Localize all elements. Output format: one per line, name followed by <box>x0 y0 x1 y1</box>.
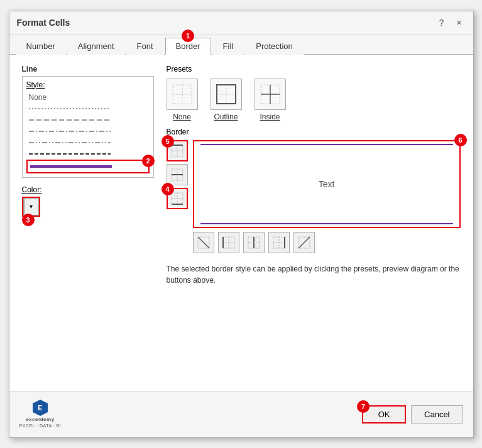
cancel-label: Cancel <box>424 410 449 419</box>
annotation-6: 6 <box>454 134 467 146</box>
line-section-title: Line <box>22 65 154 74</box>
solid-line-svg <box>30 164 112 169</box>
border-area: 5 <box>167 140 461 228</box>
dotdash2-line-svg <box>29 141 111 144</box>
center-v-icon <box>247 236 261 249</box>
line-style-dotted1[interactable] <box>26 103 150 114</box>
border-buttons-left-col: 5 <box>167 140 188 209</box>
border-btn-diag-up[interactable] <box>293 232 315 253</box>
ok-label: OK <box>378 410 390 419</box>
left-border-icon <box>222 236 236 249</box>
preset-inside[interactable]: Inside <box>255 79 286 121</box>
color-dropdown-button[interactable]: ▾ <box>24 198 39 216</box>
line-style-solid-selected[interactable]: 2 <box>26 160 150 173</box>
tab-protection[interactable]: Protection <box>245 38 304 55</box>
border-btn-middle[interactable] <box>167 164 188 185</box>
dialog-title: Format Cells <box>17 18 70 28</box>
line-style-none[interactable]: None <box>26 92 150 103</box>
border-middle-icon <box>170 168 184 182</box>
dashed-line-svg <box>29 119 111 121</box>
preview-text: Text <box>319 179 335 189</box>
color-picker-wrapper: ▾ <box>22 197 40 217</box>
border-btn-right[interactable] <box>268 232 290 253</box>
footer-buttons: OK 7 Cancel <box>362 405 463 423</box>
preset-outline[interactable]: Outline <box>211 79 242 121</box>
border-preview-area: Text 6 <box>193 140 461 228</box>
dotted-line-svg <box>29 107 111 110</box>
title-bar: Format Cells ? × <box>9 11 473 35</box>
color-label: Color: <box>22 185 154 194</box>
style-label: Style: <box>26 80 150 89</box>
diag-up-icon <box>297 236 311 249</box>
help-button[interactable]: ? <box>435 16 448 29</box>
line-styles-list: None <box>26 92 150 173</box>
tab-alignment[interactable]: Alignment <box>67 38 125 55</box>
footer: E exceldemyEXCEL · DATA · BI OK 7 Cancel <box>9 391 473 437</box>
none-label: None <box>29 93 47 102</box>
svg-line-27 <box>198 237 209 248</box>
annotation-2: 2 <box>142 155 155 167</box>
left-panel: Line Style: None <box>22 65 154 286</box>
border-btn-center-v[interactable] <box>243 232 265 253</box>
preset-outline-label: Outline <box>214 112 238 121</box>
content-inner: Line Style: None <box>22 65 461 286</box>
preset-none-label: None <box>173 112 191 121</box>
border-preview-box[interactable]: Text <box>193 140 461 228</box>
hint-text: The selected border style can be applied… <box>167 263 461 286</box>
preset-outline-icon <box>211 79 242 110</box>
preset-outline-svg <box>214 82 238 106</box>
dashed2-line-svg <box>29 152 111 156</box>
svg-line-40 <box>299 237 310 248</box>
annotation-1: 1 <box>182 30 194 42</box>
line-style-box: Style: None <box>22 76 154 178</box>
title-actions: ? × <box>435 16 466 29</box>
border-btn-left[interactable] <box>218 232 239 253</box>
preset-none-svg <box>170 82 194 106</box>
border-buttons-bottom-row <box>167 232 461 253</box>
annotation-7: 7 <box>357 400 370 413</box>
line-style-dashed1[interactable] <box>26 114 150 126</box>
border-btn-diag-down[interactable] <box>193 232 214 253</box>
presets-row: None Outline <box>167 79 461 121</box>
annotation-3: 3 <box>22 214 35 226</box>
tab-font[interactable]: Font <box>126 38 164 55</box>
preset-none-icon <box>167 79 198 110</box>
border-btn-top[interactable]: 5 <box>167 140 188 161</box>
border-btn-bottom[interactable]: 4 <box>167 188 188 209</box>
exceldemy-logo-icon: E <box>31 399 49 417</box>
dotdash1-line-svg <box>29 130 111 133</box>
right-panel: Presets None <box>167 65 461 286</box>
line-style-dotdash2[interactable] <box>26 137 150 148</box>
logo-text: exceldemyEXCEL · DATA · BI <box>19 417 62 430</box>
annotation-5: 5 <box>162 135 174 148</box>
right-border-icon <box>272 236 286 249</box>
cancel-button[interactable]: Cancel <box>411 405 463 423</box>
logo-area: E exceldemyEXCEL · DATA · BI <box>19 399 62 430</box>
tab-border[interactable]: Border 1 <box>165 38 211 55</box>
color-picker-row: ▾ <box>23 198 39 216</box>
close-button[interactable]: × <box>453 16 466 29</box>
preview-bottom-line <box>200 223 453 224</box>
color-section: Color: ▾ 3 <box>22 185 154 217</box>
preview-top-line <box>200 144 453 145</box>
preset-none[interactable]: None <box>167 79 198 121</box>
tab-bar: Number Alignment Font Border 1 Fill Prot… <box>9 35 473 55</box>
ok-button[interactable]: OK 7 <box>362 405 406 423</box>
preset-inside-icon <box>255 79 286 110</box>
line-style-dashed2[interactable] <box>26 148 150 160</box>
tab-border-label: Border <box>176 41 200 51</box>
presets-label: Presets <box>167 65 461 74</box>
annotation-4: 4 <box>162 183 174 195</box>
format-cells-dialog: Format Cells ? × Number Alignment Font B… <box>9 11 474 438</box>
line-style-dotdash1[interactable] <box>26 126 150 137</box>
tab-fill[interactable]: Fill <box>212 38 244 55</box>
main-content: Line Style: None <box>9 55 473 391</box>
svg-text:E: E <box>38 404 42 412</box>
tab-number[interactable]: Number <box>16 38 66 55</box>
diag-down-icon <box>197 236 211 249</box>
border-section-title: Border <box>167 128 461 136</box>
preset-inside-label: Inside <box>260 112 280 121</box>
preset-inside-svg <box>258 82 282 106</box>
